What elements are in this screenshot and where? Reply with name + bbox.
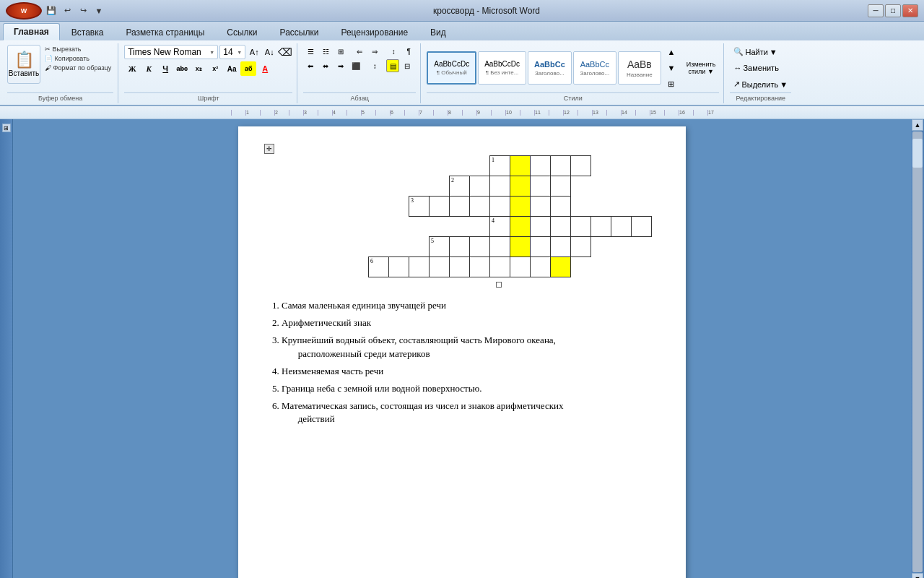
cw-cell-1-6[interactable] (490, 176, 510, 197)
left-ruler-corner[interactable]: ⊞ (2, 124, 11, 132)
decrease-font-button[interactable]: A↓ (262, 45, 276, 59)
cw-cell-3-6[interactable]: 4 (490, 217, 510, 237)
line-spacing-button[interactable]: ↕ (367, 59, 382, 72)
minimize-button[interactable]: ─ (868, 4, 884, 17)
cw-cell-2-7-yellow[interactable] (510, 197, 531, 217)
find-button[interactable]: 🔍 Найти ▼ (730, 45, 780, 59)
tab-home[interactable]: Главная (3, 23, 60, 40)
quick-redo-button[interactable]: ↪ (77, 4, 90, 17)
bold-button[interactable]: Ж (124, 61, 140, 76)
style-title[interactable]: AaВв Название (618, 51, 661, 85)
cw-cell-5-6[interactable] (490, 257, 510, 277)
cw-cell-5-2[interactable] (409, 257, 430, 277)
quick-save-button[interactable]: 💾 (45, 4, 58, 17)
clear-format-button[interactable]: ⌫ (278, 45, 292, 59)
quick-customize-button[interactable]: ▼ (92, 4, 105, 17)
bullets-button[interactable]: ☰ (303, 45, 318, 58)
styles-scroll-up[interactable]: ▲ (664, 45, 679, 59)
cw-cell-4-4[interactable] (450, 237, 470, 257)
tab-page-layout[interactable]: Разметка страницы (115, 24, 215, 40)
align-left-button[interactable]: ⬅ (303, 59, 318, 72)
cw-cell-5-5[interactable] (470, 257, 490, 277)
cw-cell-5-7[interactable] (510, 257, 531, 277)
select-button[interactable]: ↗ Выделить ▼ (730, 77, 791, 91)
highlight-button[interactable]: аб (240, 61, 256, 76)
cw-cell-4-3[interactable]: 5 (430, 237, 450, 257)
office-button[interactable]: W (6, 2, 42, 20)
cw-cell-1-5[interactable] (470, 176, 490, 197)
shading-button[interactable]: ▤ (386, 59, 399, 72)
cw-cell-2-5[interactable] (470, 197, 490, 217)
cw-cell-2-4[interactable] (450, 197, 470, 217)
cw-cell-2-8[interactable] (531, 197, 551, 217)
font-color-button[interactable]: A (257, 61, 273, 76)
cw-cell-3-13[interactable] (632, 217, 652, 237)
align-right-button[interactable]: ➡ (334, 59, 348, 72)
borders-button[interactable]: ⊟ (400, 59, 414, 72)
cw-cell-2-3[interactable] (430, 197, 450, 217)
cw-cell-3-11[interactable] (591, 217, 611, 237)
cw-cell-3-8[interactable] (531, 217, 551, 237)
tab-insert[interactable]: Вставка (61, 24, 115, 40)
cw-cell-3-10[interactable] (571, 217, 591, 237)
style-heading1[interactable]: AaBbCc Заголово... (528, 51, 572, 85)
superscript-button[interactable]: x² (207, 61, 223, 76)
replace-button[interactable]: ↔ Заменить (730, 61, 782, 74)
format-copy-button[interactable]: 🖌 Формат по образцу (43, 64, 113, 72)
italic-button[interactable]: К (141, 61, 157, 76)
cw-cell-5-0[interactable]: 6 (369, 257, 389, 277)
cw-cell-0-7-yellow[interactable] (510, 156, 531, 176)
cw-cell-5-1[interactable] (389, 257, 409, 277)
styles-scroll-down[interactable]: ▼ (664, 61, 679, 75)
cw-cell-1-9[interactable] (551, 176, 571, 197)
cw-cell-1-8[interactable] (531, 176, 551, 197)
cw-cell-0-6[interactable]: 1 (490, 156, 510, 176)
cw-cell-0-9[interactable] (551, 156, 571, 176)
increase-font-button[interactable]: A↑ (247, 45, 261, 59)
font-name-box[interactable]: Times New Roman ▼ (124, 45, 218, 59)
restore-button[interactable]: □ (885, 4, 901, 17)
cw-cell-4-9[interactable] (551, 237, 571, 257)
cw-cell-2-9[interactable] (551, 197, 571, 217)
tab-review[interactable]: Рецензирование (330, 24, 419, 40)
quick-undo-button[interactable]: ↩ (61, 4, 74, 17)
subscript-button[interactable]: x₂ (191, 61, 206, 76)
cw-cell-2-6[interactable] (490, 197, 510, 217)
paste-button[interactable]: 📋 Вставить (7, 45, 40, 84)
scroll-up-button[interactable]: ▲ (912, 119, 923, 131)
cw-cell-4-6[interactable] (490, 237, 510, 257)
tab-view[interactable]: Вид (419, 24, 457, 40)
justify-button[interactable]: ⬛ (349, 59, 363, 72)
sort-button[interactable]: ↕ (386, 45, 401, 58)
close-button[interactable]: ✕ (902, 4, 918, 17)
cw-cell-4-5[interactable] (470, 237, 490, 257)
scroll-thumb[interactable] (912, 139, 923, 168)
strikethrough-button[interactable]: abc (174, 61, 190, 76)
cw-cell-5-8[interactable] (531, 257, 551, 277)
font-size-box[interactable]: 14 ▼ (219, 45, 245, 59)
document-scroll-area[interactable]: ✛ 1 (13, 119, 911, 578)
cw-cell-5-9-yellow[interactable] (551, 257, 571, 277)
tab-references[interactable]: Ссылки (216, 24, 268, 40)
styles-more[interactable]: ⊞ (664, 77, 679, 91)
style-heading2[interactable]: AaBbCc Заголово... (573, 51, 616, 85)
change-case-button[interactable]: Аа (224, 61, 240, 76)
cw-cell-1-7-yellow[interactable] (510, 176, 531, 197)
cw-cell-1-4[interactable]: 2 (450, 176, 470, 197)
table-move-handle[interactable]: ✛ (264, 144, 274, 154)
tab-mailings[interactable]: Рассылки (269, 24, 330, 40)
cw-cell-3-7-yellow[interactable] (510, 217, 531, 237)
cw-cell-4-8[interactable] (531, 237, 551, 257)
style-normal[interactable]: AaBbCcDc ¶ Обычный (427, 51, 476, 85)
cw-cell-3-12[interactable] (611, 217, 632, 237)
align-center-button[interactable]: ⬌ (318, 59, 333, 72)
multilevel-button[interactable]: ⊞ (334, 45, 348, 58)
cw-cell-4-7-yellow[interactable] (510, 237, 531, 257)
copy-button[interactable]: 📄 Копировать (43, 54, 113, 63)
cw-cell-5-4[interactable] (450, 257, 470, 277)
table-resize-handle[interactable] (496, 282, 502, 288)
change-styles-button[interactable]: Изменитьстили ▼ (683, 59, 720, 77)
increase-indent-button[interactable]: ⇒ (367, 45, 382, 58)
cw-cell-0-10[interactable] (571, 156, 591, 176)
cw-cell-0-8[interactable] (531, 156, 551, 176)
